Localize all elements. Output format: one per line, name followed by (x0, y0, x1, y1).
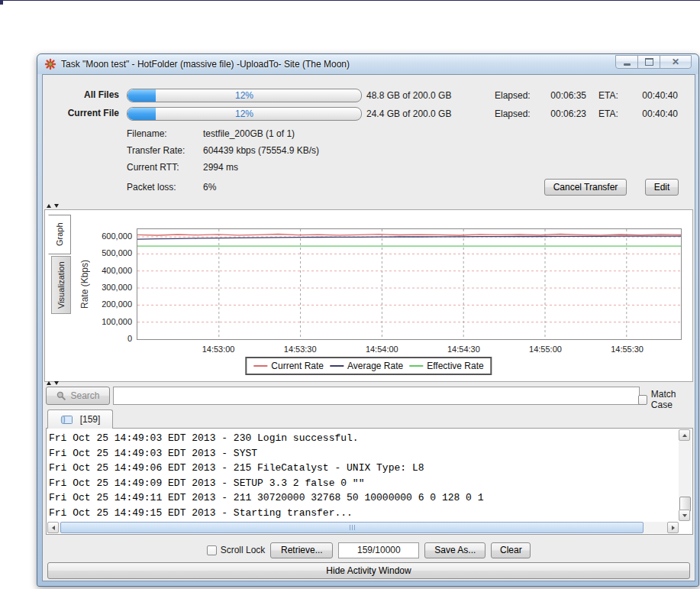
all-files-label: All Files (49, 89, 119, 100)
scroll-left-button[interactable] (47, 522, 59, 533)
log-controls-row: Scroll Lock Retrieve... 159/10000 Save A… (43, 541, 695, 559)
clear-button[interactable]: Clear (491, 542, 531, 558)
current-file-eta-label: ETA: (598, 108, 618, 119)
search-button[interactable]: Search (46, 387, 110, 405)
close-button[interactable]: ✕ (660, 55, 692, 69)
splitter-up-icon (47, 204, 51, 208)
log-line: Fri Oct 25 14:49:11 EDT 2013 - 211 30720… (49, 490, 677, 506)
tab-visualization[interactable]: Visualization (51, 256, 71, 314)
desktop: Task "Moon test" - HotFolder (massive fi… (0, 0, 700, 589)
search-input[interactable] (113, 387, 640, 405)
save-as-button[interactable]: Save As... (424, 542, 485, 558)
maximize-button[interactable] (637, 55, 660, 69)
x-tick-label: 14:53:30 (269, 345, 331, 354)
log-line-counter: 159/10000 (338, 542, 419, 558)
thumb-grip (350, 525, 350, 530)
y-tick-label: 200,000 (89, 299, 132, 309)
legend-item: Average Rate (330, 361, 403, 371)
y-tick-label: 100,000 (89, 317, 132, 326)
maximize-icon (645, 58, 653, 66)
log-area: Fri Oct 25 14:49:03 EDT 2013 - 230 Login… (46, 428, 693, 535)
horizontal-scroll-thumb[interactable] (60, 522, 644, 533)
x-tick-label: 14:55:00 (515, 345, 576, 354)
packet-loss-label: Packet loss: (127, 182, 176, 193)
log-tab[interactable]: [159] (47, 409, 113, 429)
scroll-up-button[interactable] (679, 429, 690, 441)
rate-chart-plot (137, 228, 682, 340)
all-files-eta-value: 00:40:40 (631, 90, 678, 101)
all-files-size: 48.8 GB of 200.0 GB (366, 90, 451, 101)
legend-item: Current Rate (253, 361, 324, 371)
y-tick-labels: 600,000500,000400,000300,000200,000100,0… (89, 228, 134, 340)
arrow-left-icon (52, 526, 55, 530)
legend-label: Average Rate (347, 361, 403, 371)
log-line: Fri Oct 25 14:49:15 EDT 2013 - NOOP (49, 520, 677, 521)
scroll-lock-checkbox[interactable] (207, 545, 217, 555)
legend-swatch (330, 365, 344, 367)
legend-item: Effective Rate (409, 361, 483, 371)
arrow-up-icon (682, 434, 687, 437)
legend-swatch (253, 365, 267, 367)
horizontal-scrollbar[interactable] (47, 522, 679, 533)
match-case-checkbox[interactable] (638, 395, 647, 405)
close-icon: ✕ (672, 57, 679, 66)
legend-label: Current Rate (271, 361, 324, 371)
x-tick-label: 14:53:00 (188, 345, 249, 354)
window-title: Task "Moon test" - HotFolder (massive fi… (61, 59, 350, 70)
scroll-down-button[interactable] (679, 510, 690, 521)
current-file-elapsed-label: Elapsed: (495, 108, 531, 119)
thumb-grip (354, 525, 355, 530)
current-file-progress-text: 12% (127, 108, 361, 119)
app-window: Task "Moon test" - HotFolder (massive fi… (37, 53, 699, 587)
arrow-right-icon (672, 526, 675, 530)
y-tick-label: 600,000 (89, 231, 132, 241)
desktop-artifact-line (0, 0, 700, 1)
edit-button[interactable]: Edit (645, 179, 679, 196)
filename-value: testfile_200GB (1 of 1) (203, 128, 295, 139)
tab-graph[interactable]: Graph (48, 215, 71, 254)
current-file-progressbar: 12% (127, 107, 362, 121)
current-rtt-label: Current RTT: (127, 162, 179, 173)
cancel-transfer-button[interactable]: Cancel Transfer (544, 179, 627, 196)
splitter-down-icon (54, 381, 59, 385)
x-tick-labels: 14:53:0014:53:3014:54:0014:54:3014:55:00… (137, 345, 682, 355)
graph-panel: Graph Visualization Rate (Kbps) 600,0005… (44, 209, 693, 382)
all-files-elapsed-label: Elapsed: (495, 90, 531, 101)
x-tick-label: 14:54:30 (433, 345, 494, 354)
log-tab-label: [159] (80, 414, 101, 425)
transfer-rate-label: Transfer Rate: (127, 145, 185, 156)
all-files-progress-text: 12% (127, 90, 361, 101)
current-file-eta-value: 00:40:40 (631, 108, 678, 119)
packet-loss-value: 6% (203, 182, 216, 193)
hide-activity-window-button[interactable]: Hide Activity Window (47, 562, 690, 579)
log-line: Fri Oct 25 14:49:15 EDT 2013 - Starting … (49, 506, 677, 521)
log-line: Fri Oct 25 14:49:06 EDT 2013 - 215 FileC… (49, 461, 677, 476)
search-icon (56, 390, 66, 401)
legend-swatch (409, 365, 423, 367)
transfer-rate-value: 604439 kbps (75554.9 KB/s) (203, 145, 319, 156)
thumb-grip (352, 525, 353, 530)
log-splitter-handle[interactable] (47, 380, 59, 385)
all-files-elapsed-value: 00:06:35 (537, 90, 586, 101)
y-tick-label: 400,000 (89, 266, 132, 275)
match-case-label: Match Case (651, 389, 695, 410)
minimize-icon (624, 63, 631, 66)
legend-label: Effective Rate (427, 361, 483, 371)
scroll-right-button[interactable] (667, 522, 679, 533)
scroll-lock-option: Scroll Lock (207, 545, 266, 555)
splitter-up-icon (47, 381, 51, 385)
log-text[interactable]: Fri Oct 25 14:49:03 EDT 2013 - 230 Login… (49, 431, 677, 521)
retrieve-button[interactable]: Retrieve... (270, 542, 333, 558)
window-controls: ✕ (615, 55, 692, 69)
chart-splitter-handle[interactable] (47, 203, 59, 208)
current-rtt-value: 2994 ms (203, 162, 238, 173)
desktop-artifact-mark (0, 0, 3, 5)
vertical-scrollbar[interactable] (679, 429, 692, 521)
scroll-lock-label: Scroll Lock (221, 545, 266, 555)
titlebar[interactable]: Task "Moon test" - HotFolder (massive fi… (37, 54, 698, 74)
filename-label: Filename: (127, 128, 167, 139)
match-case-option: Match Case (638, 389, 695, 410)
minimize-button[interactable] (615, 55, 638, 69)
y-tick-label: 300,000 (89, 283, 132, 292)
x-tick-label: 14:54:00 (351, 345, 412, 354)
